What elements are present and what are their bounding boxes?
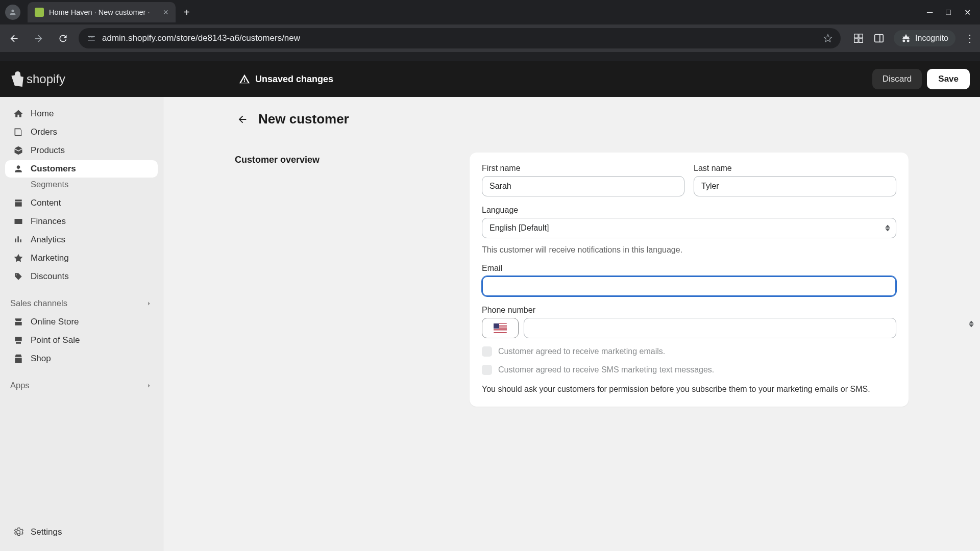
extensions-icon[interactable] [853, 33, 864, 44]
online-store-icon [13, 317, 23, 327]
select-chevron-icon [969, 321, 974, 328]
url-text: admin.shopify.com/store/de8143-a6/custom… [102, 33, 817, 43]
forward-button[interactable] [30, 30, 47, 47]
tab-title: Home Haven · New customer · [49, 8, 158, 16]
browser-chrome: Home Haven · New customer · × + ─ □ ✕ ad… [0, 0, 980, 61]
close-tab-icon[interactable]: × [163, 7, 168, 18]
marketing-sms-checkbox[interactable] [482, 365, 492, 375]
discounts-icon [13, 271, 23, 282]
orders-icon [13, 127, 23, 137]
first-name-input[interactable] [482, 176, 684, 196]
sidebar-item-customers[interactable]: Customers [5, 160, 158, 178]
shopify-favicon [35, 8, 44, 17]
sidebar: Home Orders Products Customers Segments … [0, 97, 163, 551]
back-arrow-button[interactable] [235, 112, 250, 127]
close-window-icon[interactable]: ✕ [964, 8, 971, 17]
language-select[interactable] [482, 218, 896, 238]
customer-overview-card: First name Last name Language Thi [470, 153, 909, 407]
site-settings-icon[interactable] [87, 34, 96, 43]
pos-icon [13, 335, 23, 345]
sidebar-item-discounts[interactable]: Discounts [5, 268, 158, 285]
sidebar-item-finances[interactable]: Finances [5, 213, 158, 230]
shopify-logo[interactable]: shopify [10, 71, 65, 87]
last-name-field: Last name [694, 164, 896, 196]
customer-overview-row: Customer overview First name Last name L… [235, 153, 909, 407]
warning-icon [239, 73, 250, 85]
marketing-email-row: Customer agreed to receive marketing ema… [482, 346, 896, 357]
email-input[interactable] [482, 276, 896, 296]
sidebar-item-products[interactable]: Products [5, 142, 158, 159]
phone-input[interactable] [524, 318, 896, 338]
chevron-right-icon [145, 300, 153, 307]
marketing-email-checkbox[interactable] [482, 346, 492, 357]
maximize-icon[interactable]: □ [946, 8, 951, 17]
analytics-icon [13, 235, 23, 245]
phone-country-select[interactable] [482, 318, 519, 338]
reload-button[interactable] [54, 30, 71, 47]
marketing-sms-label: Customer agreed to receive SMS marketing… [498, 365, 714, 374]
incognito-icon [901, 33, 911, 43]
first-name-label: First name [482, 164, 684, 173]
sidebar-sub-segments[interactable]: Segments [0, 180, 163, 189]
back-button[interactable] [5, 30, 22, 47]
section-label-overview: Customer overview [235, 153, 454, 407]
content-icon [13, 198, 23, 208]
marketing-sms-row: Customer agreed to receive SMS marketing… [482, 365, 896, 375]
customers-icon [13, 164, 23, 174]
minimize-icon[interactable]: ─ [927, 8, 933, 17]
sidebar-item-online-store[interactable]: Online Store [5, 313, 158, 331]
first-name-field: First name [482, 164, 684, 196]
marketing-note: You should ask your customers for permis… [482, 383, 896, 395]
last-name-input[interactable] [694, 176, 896, 196]
chevron-right-icon [145, 382, 153, 389]
sidebar-section-apps[interactable]: Apps [0, 375, 163, 395]
url-box[interactable]: admin.shopify.com/store/de8143-a6/custom… [79, 28, 841, 48]
sidebar-item-point-of-sale[interactable]: Point of Sale [5, 332, 158, 349]
address-bar: admin.shopify.com/store/de8143-a6/custom… [0, 24, 980, 52]
bookmark-star-icon[interactable] [823, 34, 832, 43]
home-icon [13, 109, 23, 119]
sidebar-item-shop[interactable]: Shop [5, 350, 158, 367]
sidebar-item-content[interactable]: Content [5, 194, 158, 212]
language-label: Language [482, 206, 896, 215]
incognito-badge[interactable]: Incognito [894, 30, 955, 46]
shopify-topbar: shopify Unsaved changes Discard Save [0, 61, 980, 97]
select-chevron-icon [885, 225, 890, 232]
email-label: Email [482, 264, 896, 273]
sidebar-item-settings[interactable]: Settings [5, 523, 158, 541]
side-panel-icon[interactable] [873, 33, 885, 44]
shop-icon [13, 354, 23, 364]
svg-rect-0 [875, 35, 884, 42]
sidebar-item-home[interactable]: Home [5, 105, 158, 122]
tab-bar: Home Haven · New customer · × + ─ □ ✕ [0, 0, 980, 24]
marketing-icon [13, 253, 23, 263]
discard-button[interactable]: Discard [872, 69, 922, 89]
sidebar-item-orders[interactable]: Orders [5, 123, 158, 141]
main-content: New customer Customer overview First nam… [163, 97, 980, 551]
page-title: New customer [258, 111, 349, 127]
last-name-label: Last name [694, 164, 896, 173]
language-help-text: This customer will receive notifications… [482, 245, 896, 255]
flag-us-icon [494, 323, 507, 333]
products-icon [13, 145, 23, 156]
browser-tab[interactable]: Home Haven · New customer · × [28, 2, 176, 22]
marketing-email-label: Customer agreed to receive marketing ema… [498, 347, 665, 356]
finances-icon [13, 216, 23, 227]
sidebar-section-sales-channels[interactable]: Sales channels [0, 293, 163, 313]
unsaved-changes-indicator: Unsaved changes [239, 73, 333, 85]
window-controls: ─ □ ✕ [927, 8, 971, 17]
sidebar-item-analytics[interactable]: Analytics [5, 231, 158, 248]
page-header: New customer [235, 111, 909, 127]
new-tab-button[interactable]: + [184, 7, 190, 18]
browser-profile-button[interactable] [5, 5, 20, 20]
sidebar-item-marketing[interactable]: Marketing [5, 249, 158, 267]
gear-icon [13, 527, 23, 537]
browser-menu-icon[interactable]: ⋮ [965, 32, 975, 44]
phone-label: Phone number [482, 306, 896, 315]
save-button[interactable]: Save [927, 69, 970, 89]
